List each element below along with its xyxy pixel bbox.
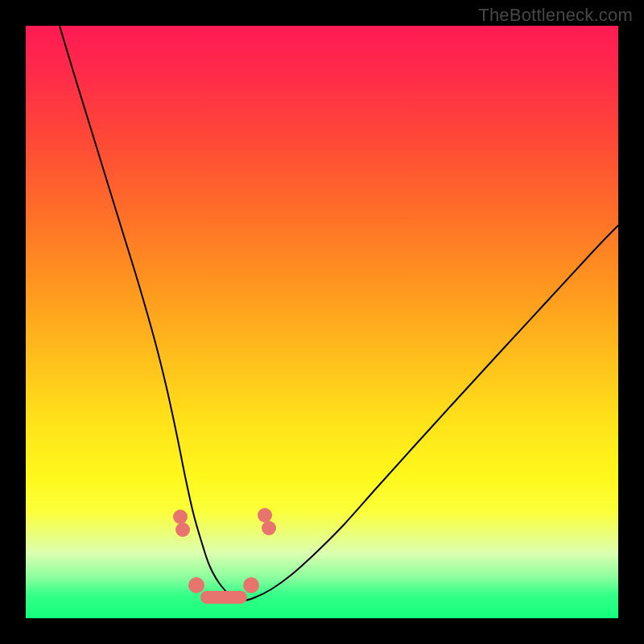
curve-layer [26, 26, 618, 618]
watermark-text: TheBottleneck.com [478, 5, 633, 26]
curve-marker-dot [258, 508, 272, 522]
curve-marker-dot [262, 521, 276, 535]
curve-marker-dot [175, 522, 190, 537]
chart-container: TheBottleneck.com [0, 0, 644, 644]
curve-marker-pill [200, 591, 247, 604]
curve-marker-dot [188, 577, 204, 593]
curve-marker-dot [173, 510, 188, 524]
plot-area [26, 26, 618, 618]
curve-marker-dot [243, 577, 259, 593]
bottleneck-curve [60, 26, 618, 601]
